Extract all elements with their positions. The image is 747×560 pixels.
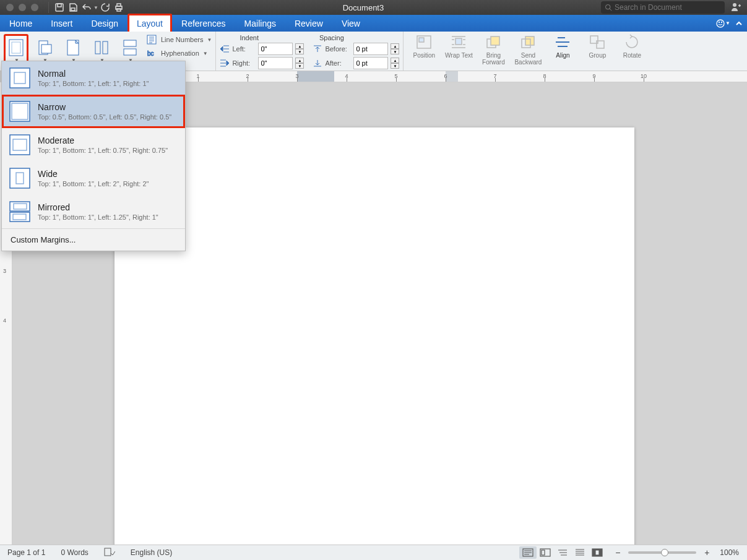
tab-references[interactable]: References <box>172 15 235 32</box>
indent-left-down[interactable]: ▼ <box>295 49 304 54</box>
margin-option-wide[interactable]: WideTop: 1", Bottom: 1", Left: 2", Right… <box>2 162 185 195</box>
margins-dropdown: NormalTop: 1", Bottom: 1", Left: 1", Rig… <box>1 61 186 251</box>
svg-rect-1 <box>58 4 61 7</box>
autosave-icon[interactable] <box>53 1 66 14</box>
status-spellcheck-icon[interactable] <box>97 548 123 558</box>
svg-rect-27 <box>525 37 534 45</box>
spacing-before-input[interactable] <box>353 43 388 55</box>
spacing-after-input[interactable] <box>353 57 388 69</box>
rotate-button[interactable]: Rotate <box>618 34 646 59</box>
svg-point-9 <box>719 22 720 22</box>
paragraph-group: Indent Spacing Left: ▲▼ Before: ▲▼ Right… <box>216 32 404 71</box>
spacing-after-up[interactable]: ▲ <box>391 58 399 63</box>
svg-rect-0 <box>56 4 63 11</box>
status-language[interactable]: English (US) <box>123 548 180 557</box>
tab-layout[interactable]: Layout <box>127 14 172 32</box>
indent-right-icon <box>220 59 230 67</box>
custom-margins-button[interactable]: Custom Margins... <box>2 229 185 251</box>
svg-rect-17 <box>103 41 108 54</box>
zoom-out-button[interactable]: − <box>612 548 623 558</box>
indent-left-up[interactable]: ▲ <box>295 43 304 49</box>
wrap-text-button[interactable]: Wrap Text <box>444 34 473 59</box>
spacing-before-up[interactable]: ▲ <box>391 43 399 49</box>
svg-rect-46 <box>542 550 545 555</box>
page[interactable] <box>114 127 634 545</box>
svg-rect-19 <box>124 49 136 55</box>
tab-insert[interactable]: Insert <box>41 15 82 32</box>
zoom-slider[interactable] <box>628 551 696 554</box>
share-icon[interactable] <box>728 2 743 13</box>
margin-option-mirrored[interactable]: MirroredTop: 1", Bottom: 1", Left: 1.25"… <box>2 195 185 228</box>
svg-rect-33 <box>10 101 30 121</box>
indent-right-input[interactable] <box>258 57 293 69</box>
arrange-group: Position Wrap Text Bring Forward Send Ba… <box>404 32 652 71</box>
svg-rect-14 <box>41 45 51 53</box>
search-box[interactable] <box>601 1 725 14</box>
svg-rect-24 <box>456 38 462 45</box>
indent-right-down[interactable]: ▼ <box>295 63 304 69</box>
left-label: Left: <box>232 45 256 53</box>
svg-point-7 <box>733 3 736 7</box>
svg-rect-43 <box>105 548 111 556</box>
position-button[interactable]: Position <box>410 34 438 59</box>
svg-rect-16 <box>95 41 100 54</box>
after-label: After: <box>325 59 351 67</box>
line-numbers-label: Line Numbers <box>161 36 203 43</box>
save-icon[interactable] <box>66 1 80 14</box>
search-input[interactable] <box>615 3 721 12</box>
svg-point-10 <box>722 22 722 22</box>
group-button[interactable]: Group <box>583 34 611 59</box>
indent-right-up[interactable]: ▲ <box>295 58 304 63</box>
svg-point-8 <box>717 20 724 27</box>
status-words[interactable]: 0 Words <box>53 548 96 557</box>
before-label: Before: <box>325 45 351 53</box>
redo-icon[interactable] <box>98 1 112 14</box>
tab-mailings[interactable]: Mailings <box>235 15 285 32</box>
undo-icon[interactable] <box>80 1 93 14</box>
bring-forward-button[interactable]: Bring Forward <box>479 34 507 66</box>
margin-option-narrow[interactable]: NarrowTop: 0.5", Bottom: 0.5", Left: 0.5… <box>2 95 185 128</box>
tab-view[interactable]: View <box>332 15 369 32</box>
feedback-icon[interactable]: ▼ <box>715 15 731 32</box>
margin-option-moderate[interactable]: ModerateTop: 1", Bottom: 1", Left: 0.75"… <box>2 128 185 162</box>
svg-rect-31 <box>10 68 30 88</box>
zoom-in-button[interactable]: + <box>701 548 712 558</box>
spacing-before-down[interactable]: ▼ <box>391 49 399 54</box>
svg-text:bc: bc <box>147 50 154 57</box>
view-web-layout-icon[interactable] <box>537 546 554 559</box>
collapse-ribbon-icon[interactable] <box>731 15 747 32</box>
tab-design[interactable]: Design <box>82 15 127 32</box>
tab-home[interactable]: Home <box>0 15 41 32</box>
svg-rect-37 <box>10 168 30 188</box>
tab-review[interactable]: Review <box>285 15 332 32</box>
view-focus-icon[interactable] <box>589 546 606 559</box>
spacing-after-down[interactable]: ▼ <box>391 63 399 69</box>
svg-point-6 <box>606 5 611 10</box>
spacing-heading: Spacing <box>319 34 344 41</box>
indent-left-input[interactable] <box>258 43 293 55</box>
svg-rect-18 <box>124 40 136 46</box>
svg-rect-48 <box>595 550 599 555</box>
svg-rect-26 <box>491 37 499 45</box>
right-label: Right: <box>232 59 256 67</box>
svg-rect-2 <box>71 8 75 11</box>
line-numbers-button[interactable]: Line Numbers▼ <box>146 34 212 45</box>
zoom-level[interactable]: 100% <box>712 548 747 557</box>
align-button[interactable]: Align <box>548 34 577 59</box>
status-bar: Page 1 of 1 0 Words English (US) − + 100… <box>0 545 747 560</box>
indent-heading: Indent <box>240 34 259 41</box>
view-draft-icon[interactable] <box>571 546 589 559</box>
print-icon[interactable] <box>112 1 126 14</box>
hyphenation-button[interactable]: bc Hyphenation▼ <box>146 48 208 59</box>
indent-left-icon <box>220 45 230 53</box>
view-outline-icon[interactable] <box>554 546 571 559</box>
svg-rect-4 <box>117 4 121 6</box>
send-backward-button[interactable]: Send Backward <box>514 34 542 66</box>
spacing-before-icon <box>313 45 322 53</box>
status-page[interactable]: Page 1 of 1 <box>0 548 53 557</box>
window-controls[interactable] <box>0 4 45 11</box>
margin-option-normal[interactable]: NormalTop: 1", Bottom: 1", Left: 1", Rig… <box>2 61 185 95</box>
view-print-layout-icon[interactable] <box>519 546 537 559</box>
document-title: Document3 <box>126 3 601 12</box>
hyphenation-label: Hyphenation <box>161 50 199 57</box>
